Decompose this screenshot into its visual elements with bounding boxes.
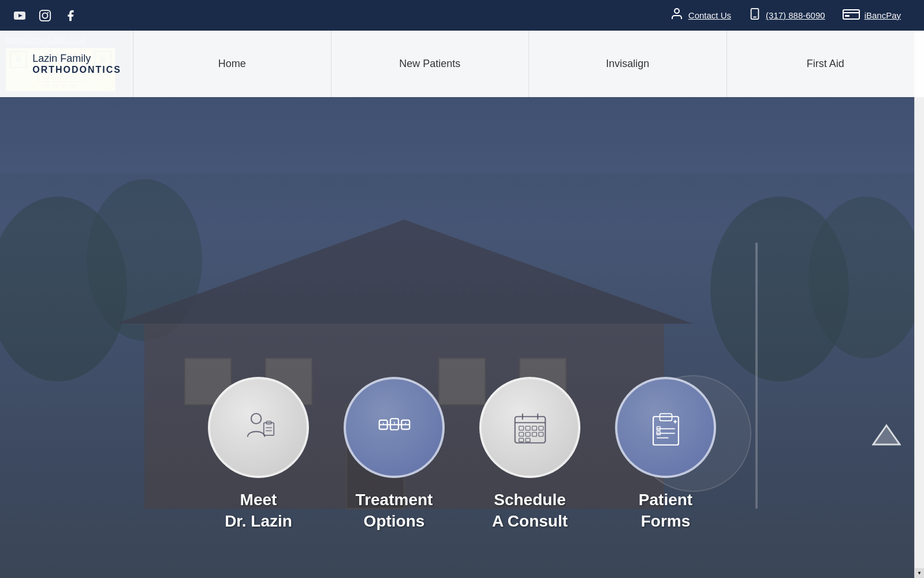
svg-text:LF: LF [17,61,21,65]
svg-point-21 [675,9,679,13]
logo-subtitle: ORTHODONTICS [32,65,121,75]
svg-rect-48 [526,432,530,436]
contact-us-label: Contact Us [688,10,731,20]
svg-rect-43 [519,426,523,430]
meet-dr-lazin-button[interactable]: Meet Dr. Lazin [208,377,309,532]
patient-forms-label: Patient Forms [639,490,692,532]
svg-rect-26 [845,15,850,17]
svg-rect-24 [843,10,859,19]
ibancpay-label: iBancPay [865,10,901,20]
instagram-icon[interactable] [37,8,53,24]
nav-home[interactable]: Home [133,31,331,97]
phone-number: (317) 888-6090 [766,10,825,20]
logo[interactable]: LF Lazin Family ORTHODONTICS [0,35,133,93]
svg-rect-52 [526,438,530,442]
scrollbar-down-btn[interactable]: ▼ [915,568,924,578]
meet-dr-lazin-circle[interactable] [208,377,309,478]
svg-rect-47 [519,432,523,436]
svg-rect-44 [526,426,530,430]
youtube-icon[interactable] [12,8,28,24]
contact-icon [670,7,684,24]
treatment-options-circle[interactable] [344,377,445,478]
svg-rect-51 [519,438,523,442]
schedule-consult-label: Schedule A Consult [492,490,568,532]
scroll-up-arrow[interactable] [872,423,901,451]
nav-first-aid[interactable]: First Aid [726,31,925,97]
nav-invisalign[interactable]: Invisalign [528,31,726,97]
phone-link[interactable]: (317) 888-6090 [748,8,825,23]
patient-forms-circle[interactable] [615,377,716,478]
svg-point-28 [251,413,261,424]
nav-new-patients[interactable]: New Patients [331,31,529,97]
schedule-consult-circle[interactable] [479,377,580,478]
svg-point-19 [42,13,47,18]
schedule-consult-button[interactable]: Schedule A Consult [479,377,580,532]
patient-forms-button[interactable]: Patient Forms [615,377,716,532]
contact-us-link[interactable]: Contact Us [670,7,731,24]
svg-rect-50 [538,432,543,436]
svg-point-20 [47,12,49,13]
svg-marker-62 [873,425,900,444]
facebook-icon[interactable] [62,8,79,24]
pay-icon [843,8,860,23]
svg-rect-49 [532,432,536,436]
svg-rect-45 [532,426,536,430]
logo-name: Lazin Family [32,53,121,65]
phone-icon [748,8,761,23]
meet-dr-lazin-label: Meet Dr. Lazin [225,490,292,532]
treatment-options-label: Treatment Options [356,490,433,532]
svg-point-11 [808,197,924,358]
treatment-options-button[interactable]: Treatment Options [344,377,445,532]
ibancpay-link[interactable]: iBancPay [843,8,901,23]
svg-rect-18 [40,10,50,20]
svg-rect-46 [538,426,543,430]
